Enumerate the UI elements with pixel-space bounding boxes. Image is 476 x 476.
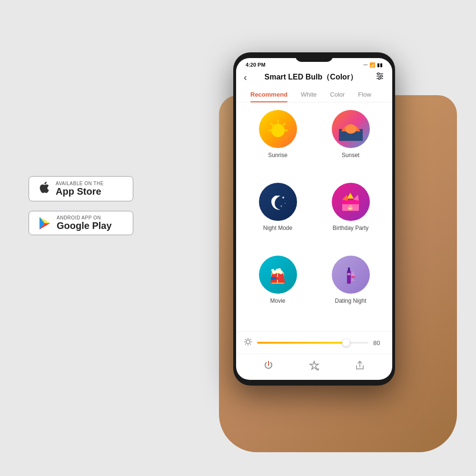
scene-sunset[interactable]: Sunset <box>317 110 385 178</box>
tab-color[interactable]: Color <box>323 87 351 102</box>
sunrise-icon <box>259 110 297 148</box>
svg-rect-36 <box>277 277 281 280</box>
svg-point-7 <box>380 75 382 77</box>
back-button[interactable]: ‹ <box>244 72 247 83</box>
power-button[interactable] <box>263 360 274 374</box>
apple-icon <box>38 180 51 197</box>
scene-movie[interactable]: Movie <box>244 256 312 324</box>
slider-thumb[interactable] <box>342 339 350 347</box>
svg-marker-21 <box>347 193 354 198</box>
svg-point-10 <box>271 124 285 137</box>
svg-line-50 <box>250 339 251 340</box>
night-label: Night Mode <box>263 225 292 231</box>
brightness-icon <box>244 337 252 348</box>
share-button[interactable] <box>354 360 366 374</box>
sliders-icon <box>375 71 385 81</box>
svg-point-17 <box>345 124 357 134</box>
svg-rect-40 <box>347 273 350 275</box>
sunset-icon <box>332 110 370 148</box>
phone-screen: 4:20 PM ⋅⋅⋅ 📶 ▮▮ ‹ Smart LED Bulb（Color） <box>236 58 392 380</box>
svg-text:🎂: 🎂 <box>347 204 354 210</box>
phone-notch <box>295 52 333 62</box>
tab-recommend[interactable]: Recommend <box>244 87 294 102</box>
dating-label: Dating Night <box>335 298 366 304</box>
tab-flow[interactable]: Flow <box>351 87 377 102</box>
googleplay-top-line: ANDROID APP ON <box>57 215 112 220</box>
sunrise-label: Sunrise <box>268 152 288 159</box>
svg-marker-22 <box>342 195 348 201</box>
brightness-value: 80 <box>373 339 385 347</box>
svg-rect-35 <box>271 277 276 280</box>
svg-point-20 <box>285 203 286 204</box>
movie-icon <box>259 256 297 294</box>
sunset-label: Sunset <box>342 152 359 159</box>
googleplay-badge[interactable]: ANDROID APP ON Google Play <box>29 211 133 235</box>
svg-point-9 <box>378 78 380 79</box>
svg-rect-38 <box>347 270 351 284</box>
scene-birthday[interactable]: 🎂 Birthday Party <box>317 183 385 251</box>
svg-point-18 <box>282 197 284 198</box>
birthday-icon: 🎂 <box>332 183 370 221</box>
svg-line-49 <box>250 344 251 345</box>
settings-button[interactable] <box>375 71 385 83</box>
wifi-icon: 📶 <box>369 62 375 68</box>
svg-point-33 <box>271 269 274 272</box>
favorites-button[interactable] <box>308 360 320 374</box>
movie-label: Movie <box>270 298 285 304</box>
scene-dating[interactable]: Dating Night <box>317 256 385 324</box>
svg-point-34 <box>278 268 281 271</box>
app-header: ‹ Smart LED Bulb（Color） <box>236 69 392 87</box>
birthday-label: Birthday Party <box>333 225 368 231</box>
scene-sunrise[interactable]: Sunrise <box>244 110 312 178</box>
svg-rect-39 <box>348 268 350 271</box>
svg-rect-42 <box>351 280 355 281</box>
svg-line-48 <box>245 339 246 340</box>
scene-grid: Sunrise Sunset <box>236 102 392 331</box>
appstore-bottom-line: App Store <box>56 186 104 197</box>
dating-icon <box>332 256 370 294</box>
status-icons: ⋅⋅⋅ 📶 ▮▮ <box>363 62 383 68</box>
svg-rect-25 <box>342 200 359 204</box>
status-time: 4:20 PM <box>246 62 266 68</box>
app-title: Smart LED Bulb（Color） <box>265 72 358 82</box>
tabs-bar: Recommend White Color Flow <box>236 87 392 102</box>
bottom-nav <box>236 354 392 380</box>
svg-line-12 <box>271 123 273 125</box>
scene-night[interactable]: Night Mode <box>244 183 312 251</box>
store-badges: Available on the App Store ANDROID APP O… <box>29 176 133 235</box>
slider-fill <box>257 342 346 344</box>
tab-white[interactable]: White <box>294 87 323 102</box>
svg-point-5 <box>377 73 379 75</box>
svg-line-13 <box>283 123 285 125</box>
googleplay-icon <box>38 216 52 230</box>
googleplay-bottom-line: Google Play <box>57 220 112 231</box>
phone-frame: 4:20 PM ⋅⋅⋅ 📶 ▮▮ ‹ Smart LED Bulb（Color） <box>233 52 395 386</box>
brightness-area: 80 <box>236 331 392 354</box>
svg-point-19 <box>280 206 282 207</box>
bluetooth-icon: ⋅⋅⋅ <box>363 62 367 68</box>
night-icon <box>259 183 297 221</box>
appstore-badge[interactable]: Available on the App Store <box>29 176 133 201</box>
svg-line-51 <box>245 344 246 345</box>
svg-marker-23 <box>353 195 359 201</box>
appstore-top-line: Available on the <box>56 181 104 186</box>
phone-area: 4:20 PM ⋅⋅⋅ 📶 ▮▮ ‹ Smart LED Bulb（Color） <box>195 24 476 452</box>
brightness-slider[interactable] <box>257 342 368 344</box>
svg-point-43 <box>246 340 250 344</box>
battery-icon: ▮▮ <box>377 62 383 68</box>
